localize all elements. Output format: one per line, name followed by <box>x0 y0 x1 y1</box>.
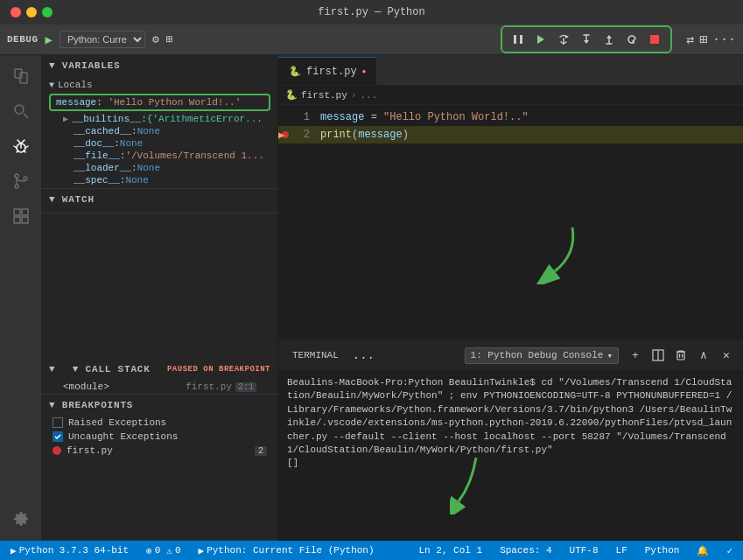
svg-rect-15 <box>15 69 22 78</box>
editor-area: 🐍 first.py ● 🐍 first.py › ... 1 message … <box>278 55 743 541</box>
pdc-label: 1: Python Debug Console <box>471 350 604 360</box>
status-errors[interactable]: ⊗ 0 ⚠ 0 <box>143 545 184 556</box>
error-count: 0 <box>155 545 161 556</box>
remote-icon[interactable]: ⇄ <box>686 32 694 48</box>
bell-icon: 🔔 <box>697 545 709 556</box>
line-content-2: print(message) <box>320 129 409 141</box>
debug-stepout-btn[interactable] <box>599 30 620 49</box>
activity-settings[interactable] <box>7 506 35 534</box>
variables-content: ▼ Locals message: 'Hello Python World!..… <box>42 76 277 188</box>
spec-variable[interactable]: __spec__: None <box>42 174 277 186</box>
terminal-trash-btn[interactable] <box>671 346 690 365</box>
raised-exceptions-checkbox[interactable] <box>53 417 63 428</box>
uncaught-exceptions-checkbox[interactable] <box>53 431 63 442</box>
activity-git[interactable] <box>7 167 35 195</box>
code-paren-close: ) <box>403 129 409 141</box>
debug-stepinto-btn[interactable] <box>576 30 597 49</box>
split-icon[interactable]: ⊞ <box>166 32 173 46</box>
status-check[interactable]: ✓ <box>723 545 736 556</box>
debug-stepover-btn[interactable] <box>553 30 574 49</box>
call-stack-frame[interactable]: <module> first.py 2:1 <box>42 380 277 394</box>
breadcrumb-file[interactable]: first.py <box>301 90 347 101</box>
close-button[interactable] <box>11 7 21 18</box>
status-encoding[interactable]: UTF-8 <box>566 545 602 556</box>
first-py-breakpoint-item[interactable]: first.py 2 <box>42 444 277 458</box>
cached-variable[interactable]: __cached__: None <box>42 125 277 137</box>
message-variable[interactable]: message: 'Hello Python World!..' <box>49 94 270 111</box>
svg-point-26 <box>15 185 18 188</box>
more-icon[interactable]: ··· <box>712 32 736 47</box>
debug-label: DEBUG <box>7 34 39 45</box>
debug-config-select[interactable]: Python: Curre <box>60 31 145 48</box>
status-python-version[interactable]: ▶ Python 3.7.3 64-bit <box>7 545 132 556</box>
terminal-split-btn[interactable] <box>648 346 668 365</box>
spec-key: __spec__ <box>74 175 120 186</box>
encoding-label: UTF-8 <box>570 545 599 556</box>
python-icon: ▶ <box>11 545 17 556</box>
locals-group[interactable]: ▼ Locals <box>42 78 277 92</box>
locals-label: Locals <box>58 80 93 90</box>
error-icon: ⊗ <box>146 545 152 556</box>
activity-search[interactable] <box>7 97 35 125</box>
cached-key: __cached__ <box>74 126 131 136</box>
uncaught-exceptions-item[interactable]: Uncaught Exceptions <box>42 430 277 444</box>
watch-header[interactable]: ▼ WATCH <box>42 189 277 210</box>
terminal-tab[interactable]: TERMINAL <box>285 346 346 364</box>
file-key: __file__ <box>74 150 120 161</box>
debug-continue-btn[interactable] <box>530 30 551 49</box>
svg-marker-8 <box>584 40 589 44</box>
status-python-file[interactable]: ▶ Python: Current File (Python) <box>195 545 378 556</box>
loader-variable[interactable]: __loader__: None <box>42 162 277 174</box>
window-title: first.py — Python <box>318 6 424 18</box>
watch-label: WATCH <box>62 194 95 205</box>
play-icon: ▶ <box>199 545 205 556</box>
debug-stop-btn[interactable] <box>644 30 665 49</box>
breakpoints-header[interactable]: ▼ BREAKPOINTS <box>42 395 277 416</box>
code-var-msg: message <box>358 129 402 141</box>
svg-rect-35 <box>677 352 684 360</box>
editor-tabs: 🐍 first.py ● <box>278 55 743 86</box>
call-stack-header[interactable]: ▼ ▼ CALL STACK PAUSED ON BREAKPOINT <box>42 359 277 380</box>
debug-pause-btn[interactable] <box>508 30 529 49</box>
breadcrumb: 🐍 first.py › ... <box>278 86 743 105</box>
watch-section: ▼ WATCH <box>42 189 277 214</box>
raised-exceptions-item[interactable]: Raised Exceptions <box>42 416 277 430</box>
terminal-add-btn[interactable]: + <box>626 346 645 365</box>
maximize-button[interactable] <box>42 7 53 18</box>
loader-key: __loader__ <box>74 163 131 173</box>
debug-restart-btn[interactable] <box>621 30 642 49</box>
builtins-variable[interactable]: ▶ __builtins__: {'ArithmeticError... <box>42 113 277 125</box>
file-variable[interactable]: __file__: '/Volumes/Transcend 1... <box>42 150 277 162</box>
python-debug-console-selector[interactable]: 1: Python Debug Console ▾ <box>465 347 619 364</box>
terminal-tabs-bar: TERMINAL ... 1: Python Debug Console ▾ + <box>278 340 743 371</box>
svg-rect-14 <box>650 35 659 44</box>
svg-rect-0 <box>514 35 516 44</box>
variables-header[interactable]: ▼ VARIABLES <box>42 55 277 76</box>
terminal-ellipsis[interactable]: ... <box>353 348 375 362</box>
tab-close-dot[interactable]: ● <box>362 67 367 75</box>
status-line-col[interactable]: Ln 2, Col 1 <box>416 545 487 556</box>
svg-point-17 <box>15 105 24 114</box>
warning-count: 0 <box>175 545 181 556</box>
watch-arrow: ▼ <box>49 194 55 205</box>
status-language[interactable]: Python <box>641 545 683 556</box>
terminal-up-btn[interactable]: ∧ <box>694 346 713 365</box>
frame-line: 2:1 <box>235 382 256 392</box>
terminal-close-btn[interactable]: ✕ <box>717 346 736 365</box>
builtins-arrow: ▶ <box>63 114 68 124</box>
status-bell[interactable]: 🔔 <box>693 545 712 556</box>
status-bar: ▶ Python 3.7.3 64-bit ⊗ 0 ⚠ 0 ▶ Python: … <box>0 541 743 560</box>
layout-icon[interactable]: ⊞ <box>699 32 707 48</box>
breadcrumb-ellipsis[interactable]: ... <box>360 90 377 101</box>
activity-extensions[interactable] <box>7 202 35 230</box>
gear-icon[interactable]: ⚙ <box>152 32 159 46</box>
first-py-dot <box>53 446 61 455</box>
minimize-button[interactable] <box>26 7 37 18</box>
activity-debug[interactable] <box>7 132 35 160</box>
activity-explorer[interactable] <box>7 62 35 90</box>
status-line-ending[interactable]: LF <box>613 545 631 556</box>
status-spaces[interactable]: Spaces: 4 <box>496 545 555 556</box>
tab-first-py[interactable]: 🐍 first.py ● <box>278 57 376 85</box>
run-icon[interactable]: ▶ <box>46 32 53 47</box>
doc-variable[interactable]: __doc__: None <box>42 137 277 150</box>
